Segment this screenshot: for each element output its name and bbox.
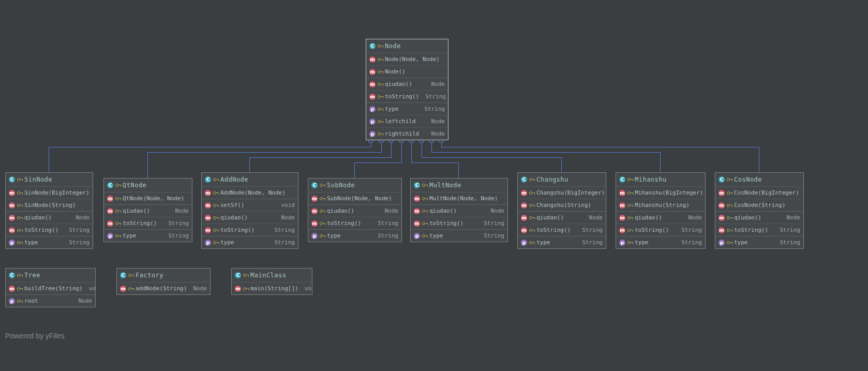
- key-icon: [529, 228, 534, 233]
- member-row[interactable]: mtoString()String: [6, 224, 93, 236]
- member-row[interactable]: mtoString()String: [411, 217, 507, 229]
- member-row[interactable]: mCosNode(BigInteger): [715, 187, 803, 199]
- member-row[interactable]: ptypeString: [411, 229, 507, 242]
- member-row[interactable]: mmain(String[])void: [232, 283, 312, 294]
- key-icon: [627, 228, 633, 233]
- member-row[interactable]: mqiudao()Node: [202, 211, 298, 224]
- member-row[interactable]: mNode(): [366, 65, 448, 78]
- key-icon: [320, 209, 325, 214]
- class-header[interactable]: C Factory: [117, 269, 210, 283]
- class-box-sinnode[interactable]: C SinNode mSinNode(BigInteger) mSinNode(…: [5, 172, 93, 249]
- class-box-tree[interactable]: C Tree mbuildTree(String)void prootNode: [5, 268, 96, 307]
- key-icon: [529, 177, 534, 182]
- class-name: MainClass: [250, 272, 287, 279]
- member-row[interactable]: mMihanshu(BigInteger): [616, 187, 705, 199]
- key-icon: [627, 215, 633, 220]
- key-icon: [422, 221, 427, 226]
- method-icon: m: [414, 220, 420, 227]
- member-row[interactable]: mqiudao()Node: [6, 211, 93, 224]
- member-row[interactable]: mtoString()String: [104, 217, 192, 229]
- member-row[interactable]: msetSf()void: [202, 199, 298, 211]
- member-row[interactable]: mqiudao()Node: [715, 211, 803, 224]
- member-row[interactable]: mNode(Node, Node): [366, 53, 448, 65]
- member-row[interactable]: ptypeString: [202, 236, 298, 248]
- member-row[interactable]: mqiudao()Node: [308, 204, 401, 217]
- member-row[interactable]: mqiudao()Node: [518, 211, 606, 224]
- member-row[interactable]: ptypeString: [616, 236, 705, 248]
- member-name: qiudao(): [123, 207, 150, 214]
- member-type: String: [775, 227, 800, 233]
- member-row[interactable]: mAddNode(Node, Node): [202, 187, 298, 199]
- member-row[interactable]: prightchildNode: [366, 127, 448, 140]
- member-row[interactable]: mChangshu(String): [518, 199, 606, 211]
- class-header[interactable]: C Tree: [6, 269, 95, 283]
- method-icon: m: [9, 202, 15, 209]
- member-type: String: [164, 220, 189, 227]
- member-row[interactable]: mQtNode(Node, Node): [104, 192, 192, 204]
- member-row[interactable]: ptypeString: [308, 229, 401, 242]
- class-header[interactable]: C Node: [366, 39, 448, 53]
- class-header[interactable]: C MainClass: [232, 269, 312, 283]
- member-row[interactable]: mqiudao()Node: [616, 211, 705, 224]
- member-row[interactable]: ptypeString: [518, 236, 606, 248]
- method-icon: m: [205, 190, 211, 196]
- class-header[interactable]: C CosNode: [715, 173, 803, 187]
- member-row[interactable]: mCosNode(String): [715, 199, 803, 211]
- member-row[interactable]: mtoString()String: [518, 224, 606, 236]
- class-box-multnode[interactable]: C MultNode mMultNode(Node, Node) mqiudao…: [410, 178, 508, 242]
- class-icon: C: [369, 43, 376, 49]
- member-row[interactable]: mtoString()String: [366, 90, 448, 102]
- class-header[interactable]: C MultNode: [411, 179, 507, 192]
- class-box-mainclass[interactable]: C MainClass mmain(String[])void: [231, 268, 312, 295]
- method-icon: m: [369, 69, 376, 75]
- member-row[interactable]: mSubNode(Node, Node): [308, 192, 401, 204]
- class-header[interactable]: C SubNode: [308, 179, 401, 192]
- member-row[interactable]: mqiudao()Node: [366, 78, 448, 90]
- member-row[interactable]: mqiudao()Node: [411, 204, 507, 217]
- member-name: QtNode(Node, Node): [123, 195, 184, 202]
- member-row[interactable]: ptypeString: [6, 236, 93, 248]
- class-box-qtnode[interactable]: C QtNode mQtNode(Node, Node) mqiudao()No…: [103, 178, 192, 242]
- class-box-node[interactable]: C Node mNode(Node, Node) mNode() mqiudao…: [366, 39, 448, 140]
- class-box-changshu[interactable]: C Changshu mChangshu(BigInteger) mChangs…: [517, 172, 606, 249]
- member-row[interactable]: mtoString()String: [202, 224, 298, 236]
- member-name: type: [536, 239, 550, 246]
- member-row[interactable]: mtoString()String: [616, 224, 705, 236]
- class-box-addnode[interactable]: C AddNode mAddNode(Node, Node) msetSf()v…: [201, 172, 298, 249]
- method-icon: m: [9, 227, 15, 233]
- member-row[interactable]: pleftchildNode: [366, 115, 448, 127]
- member-row[interactable]: mSinNode(BigInteger): [6, 187, 93, 199]
- member-name: type: [635, 239, 649, 246]
- member-name: Mihanshu(String): [635, 202, 690, 209]
- member-row[interactable]: ptypeString: [366, 102, 448, 115]
- class-header[interactable]: C Changshu: [518, 173, 606, 187]
- edge-subnode-node: [354, 142, 401, 178]
- class-box-cosnode[interactable]: C CosNode mCosNode(BigInteger) mCosNode(…: [715, 172, 804, 249]
- member-row[interactable]: mMihanshu(String): [616, 199, 705, 211]
- class-header[interactable]: C SinNode: [6, 173, 93, 187]
- member-row[interactable]: maddNode(String)Node: [117, 283, 210, 294]
- member-row[interactable]: mtoString()String: [715, 224, 803, 236]
- yfiles-brand-link[interactable]: yFiles: [46, 332, 65, 340]
- field-icon: p: [9, 240, 15, 246]
- member-row[interactable]: mSinNode(String): [6, 199, 93, 211]
- class-box-factory[interactable]: C Factory maddNode(String)Node: [116, 268, 211, 295]
- member-row[interactable]: prootNode: [6, 294, 95, 307]
- member-row[interactable]: mChangshu(BigInteger): [518, 187, 606, 199]
- member-row[interactable]: ptypeString: [715, 236, 803, 248]
- member-row[interactable]: mbuildTree(String)void: [6, 283, 95, 294]
- class-box-mihanshu[interactable]: C Mihanshu mMihanshu(BigInteger) mMihans…: [616, 172, 706, 249]
- method-icon: m: [311, 208, 318, 214]
- class-header[interactable]: C QtNode: [104, 179, 192, 192]
- member-type: String: [65, 227, 89, 233]
- class-box-subnode[interactable]: C SubNode mSubNode(Node, Node) mqiudao()…: [308, 178, 402, 242]
- key-icon: [529, 215, 534, 220]
- member-type: Node: [585, 214, 603, 221]
- member-row[interactable]: mqiudao()Node: [104, 204, 192, 217]
- class-header[interactable]: C Mihanshu: [616, 173, 705, 187]
- member-row[interactable]: mMultNode(Node, Node): [411, 192, 507, 204]
- class-header[interactable]: C AddNode: [202, 173, 298, 187]
- member-row[interactable]: ptypeString: [104, 229, 192, 242]
- member-name: buildTree(String): [24, 285, 83, 292]
- member-row[interactable]: mtoString()String: [308, 217, 401, 229]
